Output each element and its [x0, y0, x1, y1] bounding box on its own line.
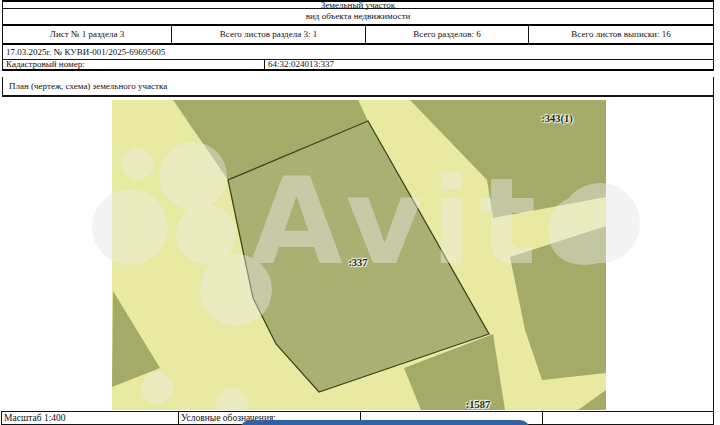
- cadastral-number-label: Кадастровый номер:: [3, 60, 265, 69]
- parcel-1587-label: :1587: [466, 399, 491, 410]
- plan-title-row: План (чертеж, схема) земельного участка: [2, 77, 714, 96]
- cadastral-map-drawing: [112, 100, 606, 410]
- registration-number: 17.03.2025г. № КУВИ-001/2025-69695605: [6, 48, 165, 57]
- plan-row-divider: [2, 96, 714, 97]
- sheet-info-row: Лист № 1 раздела 3 Всего листов раздела …: [2, 26, 714, 45]
- scale-cell: Масштаб 1:400: [2, 412, 179, 424]
- object-type-subtitle: вид объекта недвижимости: [306, 12, 410, 21]
- total-sections-cell: Всего разделов: 6: [366, 26, 529, 43]
- cadastral-extract-page: Земельный участок вид объекта недвижимос…: [0, 0, 720, 425]
- cadastral-number-value: 64:32:024013:337: [265, 60, 713, 69]
- registration-number-row: 17.03.2025г. № КУВИ-001/2025-69695605: [2, 45, 714, 60]
- object-type-row: Земельный участок: [2, 0, 714, 9]
- parcel-343-label: :343(1): [541, 113, 573, 124]
- parcel-337-label: :337: [348, 257, 367, 268]
- cadastral-map: :343(1) :337 :1587: [112, 100, 606, 410]
- sheet-number-cell: Лист № 1 раздела 3: [3, 26, 172, 43]
- extract-sheets-cell: Всего листов выписки: 16: [529, 26, 713, 43]
- object-type-subtitle-row: вид объекта недвижимости: [2, 9, 714, 26]
- blue-button-top-edge[interactable]: [240, 420, 530, 425]
- cadastral-number-row: Кадастровый номер: 64:32:024013:337: [2, 60, 714, 71]
- document-right-border: [713, 96, 714, 411]
- plan-title: План (чертеж, схема) земельного участка: [9, 82, 167, 91]
- section-sheets-cell: Всего листов раздела 3: 1: [172, 26, 366, 43]
- footer-empty-cell-2: [543, 412, 713, 424]
